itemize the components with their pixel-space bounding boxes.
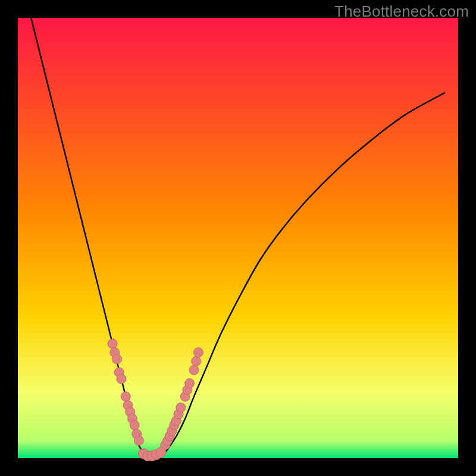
data-marker [117, 374, 126, 384]
watermark-label: TheBottleneck.com [334, 2, 469, 21]
plot-area [18, 18, 458, 458]
data-marker [176, 403, 186, 412]
data-marker [189, 365, 199, 375]
data-marker [108, 339, 117, 349]
data-marker [193, 347, 203, 357]
data-marker [134, 436, 144, 445]
data-marker [130, 421, 139, 430]
bottleneck-chart [0, 0, 476, 476]
data-marker [192, 356, 201, 366]
data-marker [185, 378, 195, 388]
chart-stage: TheBottleneck.com [0, 0, 476, 476]
data-marker [112, 355, 122, 364]
data-marker [121, 392, 130, 401]
data-marker [156, 447, 166, 458]
